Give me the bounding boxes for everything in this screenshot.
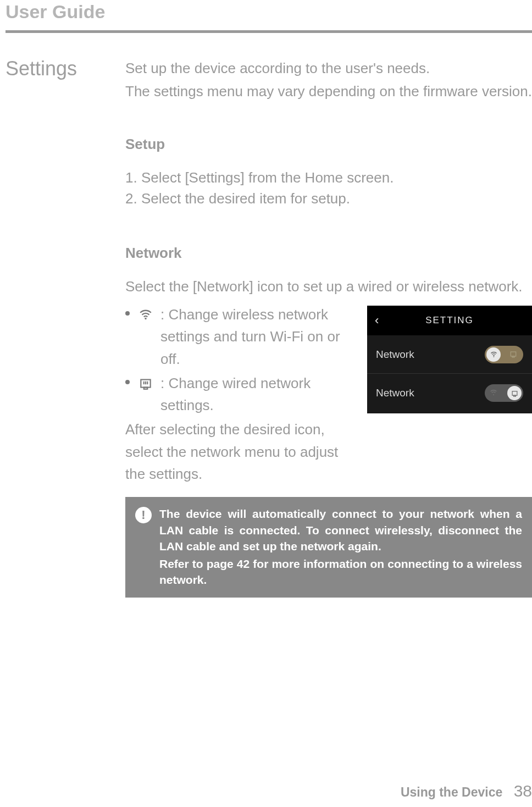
content-area: Settings Set up the device according to … [0,57,532,598]
screenshot-header: ‹ SETTING [367,306,532,335]
lan-dim-icon [509,350,519,360]
bullet-item-wifi: : Change wireless network settings and t… [125,303,359,370]
svg-rect-3 [145,382,146,384]
intro-line-2: The settings menu may vary depending on … [125,80,532,102]
svg-rect-10 [512,391,517,395]
network-after-text: After selecting the desired icon, select… [125,418,359,485]
footer-label: Using the Device [401,785,502,799]
right-column: Set up the device according to the user'… [125,57,532,598]
network-heading: Network [125,245,532,262]
toggle-knob-wifi [486,347,501,362]
network-left-col: : Change wireless network settings and t… [125,302,359,485]
icon-bullet-list: : Change wireless network settings and t… [125,303,359,416]
page-header-title: User Guide [0,0,532,23]
toggle-knob-lan [507,386,522,400]
svg-rect-7 [511,352,516,356]
svg-rect-5 [144,387,148,389]
network-row: : Change wireless network settings and t… [125,302,532,485]
svg-point-9 [493,394,494,395]
toggle-wifi[interactable] [485,346,523,363]
svg-point-6 [493,356,494,357]
svg-rect-4 [147,382,148,384]
header-rule [5,30,532,33]
wifi-icon [138,306,155,370]
row-label-lan: Network [376,387,414,399]
network-intro: Select the [Network] icon to set up a wi… [125,276,532,297]
screenshot-title: SETTING [425,315,474,326]
callout-text: The device will automatically connect to… [159,506,522,588]
setup-heading: Setup [125,136,532,153]
bullet-dot-icon [125,311,130,316]
screenshot-row-wifi[interactable]: Network [367,335,532,374]
callout-para-1: The device will automatically connect to… [159,506,522,554]
svg-rect-11 [513,395,516,396]
toggle-lan[interactable] [485,384,523,402]
setup-step-2: 2. Select the desired item for setup. [125,188,532,209]
alert-icon: ! [135,507,152,523]
page-footer: Using the Device 38 [401,782,532,800]
left-column: Settings [5,57,125,598]
section-heading: Settings [5,57,125,80]
footer-page-number: 38 [514,782,532,800]
lan-icon [138,374,155,417]
back-icon[interactable]: ‹ [375,313,379,328]
svg-rect-2 [143,382,145,384]
row-label-wifi: Network [376,349,414,361]
setup-step-1: 1. Select [Settings] from the Home scree… [125,167,532,188]
screenshot-row-lan[interactable]: Network [367,374,532,412]
device-screenshot: ‹ SETTING Network [367,306,532,413]
bullet-text-lan: : Change wired network settings. [160,372,359,417]
intro-line-1: Set up the device according to the user'… [125,57,532,79]
callout-para-2: Refer to page 42 for more information on… [159,556,522,588]
svg-point-0 [145,318,146,319]
bullet-dot-icon [125,380,130,384]
bullet-text-wifi: : Change wireless network settings and t… [160,303,359,370]
wifi-dim-icon [489,388,499,398]
bullet-item-lan: : Change wired network settings. [125,372,359,417]
info-callout: ! The device will automatically connect … [125,497,532,598]
svg-rect-8 [512,356,514,357]
